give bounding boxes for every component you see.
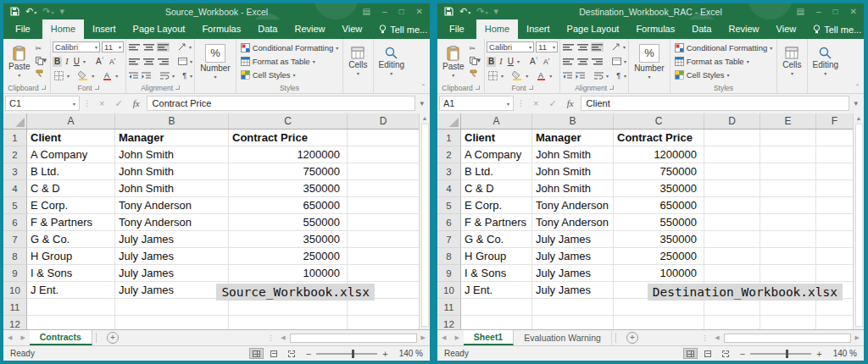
ribbon-tab-file[interactable]: File: [3, 19, 42, 39]
align-right-icon[interactable]: [591, 57, 604, 66]
vertical-scrollbar[interactable]: ▲: [419, 113, 430, 329]
row-header-3[interactable]: 3: [3, 163, 27, 180]
cell-D3[interactable]: [348, 163, 419, 180]
vertical-scrollbar[interactable]: ▲: [853, 113, 864, 329]
cell-A8[interactable]: H Group: [461, 248, 532, 265]
zoom-level[interactable]: 140 %: [393, 349, 423, 358]
hscroll-right-icon[interactable]: ▶: [417, 330, 430, 345]
cell-D2[interactable]: [704, 146, 760, 163]
format-as-table-button[interactable]: Format as Table▾: [241, 55, 339, 68]
cell-B8[interactable]: July James: [115, 248, 229, 265]
column-header-a[interactable]: A: [27, 113, 115, 129]
row-header-2[interactable]: 2: [3, 146, 27, 163]
cell-E11[interactable]: [760, 299, 816, 316]
ribbon-tab-formulas[interactable]: Formulas: [193, 19, 249, 39]
cell-E5[interactable]: [760, 197, 816, 214]
sheet-nav-left-icon[interactable]: ◀: [3, 330, 16, 345]
vertical-scroll-thumb[interactable]: [421, 124, 429, 327]
cell-C9[interactable]: 100000: [614, 265, 704, 282]
cut-icon[interactable]: ✂: [36, 45, 47, 52]
show-marks-icon[interactable]: ¶: [181, 70, 188, 80]
cell-C6[interactable]: 550000: [614, 214, 704, 231]
cell-F6[interactable]: [816, 214, 853, 231]
borders-icon[interactable]: [53, 71, 65, 80]
editing-button[interactable]: Editing ▾: [810, 41, 843, 82]
vertical-scroll-thumb[interactable]: [855, 124, 863, 327]
close-button[interactable]: ✕: [416, 8, 423, 16]
cell-C11[interactable]: [229, 299, 348, 316]
maximize-button[interactable]: □: [833, 8, 838, 16]
cell-A2[interactable]: A Company: [461, 146, 532, 163]
ribbon-tab-home[interactable]: Home: [42, 19, 84, 39]
ribbon-tab-page-layout[interactable]: Page Layout: [125, 19, 194, 39]
cell-A6[interactable]: F & Partners: [27, 214, 115, 231]
cell-A8[interactable]: H Group: [27, 248, 115, 265]
bold-button[interactable]: B: [487, 57, 496, 67]
cell-D11[interactable]: [704, 299, 760, 316]
underline-caret-icon[interactable]: ▾: [517, 58, 520, 64]
horizontal-scrollbar[interactable]: [724, 334, 851, 343]
cell-D4[interactable]: [704, 180, 760, 197]
paste-button[interactable]: Paste ▾: [5, 41, 34, 82]
copy-icon[interactable]: ▾: [36, 57, 47, 65]
cell-F2[interactable]: [816, 146, 853, 163]
cell-E1[interactable]: [760, 130, 816, 146]
decrease-indent-icon[interactable]: [562, 71, 573, 80]
cell-D9[interactable]: [348, 265, 419, 282]
cell-B5[interactable]: Tony Anderson: [115, 197, 229, 214]
show-marks-icon[interactable]: ¶: [615, 70, 622, 80]
fill-color-icon[interactable]: [510, 70, 524, 80]
cell-C8[interactable]: 250000: [229, 248, 348, 265]
cell-D6[interactable]: [704, 214, 760, 231]
cell-F4[interactable]: [816, 180, 853, 197]
fill-color-icon[interactable]: [76, 70, 90, 80]
tell-me-box[interactable]: Tell me...: [804, 19, 864, 39]
cell-B11[interactable]: [532, 299, 614, 316]
cell-A9[interactable]: I & Sons: [27, 265, 115, 282]
cell-A12[interactable]: [461, 316, 532, 329]
cell-D5[interactable]: [704, 197, 760, 214]
minimize-button[interactable]: –: [382, 8, 387, 16]
cell-C12[interactable]: [614, 316, 704, 329]
row-header-11[interactable]: 11: [3, 299, 27, 316]
alignment-dialog-launcher[interactable]: [609, 85, 614, 90]
cell-A5[interactable]: E Corp.: [27, 197, 115, 214]
cell-D5[interactable]: [348, 197, 419, 214]
align-top-icon[interactable]: [128, 42, 141, 52]
ribbon-tab-data[interactable]: Data: [249, 19, 286, 39]
font-size-select[interactable]: 11▾: [536, 41, 558, 52]
cell-F12[interactable]: [816, 316, 853, 329]
page-break-view-button[interactable]: [719, 348, 733, 359]
cell-F1[interactable]: [816, 130, 853, 146]
underline-button[interactable]: U: [72, 57, 81, 67]
cell-D11[interactable]: [348, 299, 419, 316]
cell-A11[interactable]: [461, 299, 532, 316]
cell-F9[interactable]: [816, 265, 853, 282]
row-header-2[interactable]: 2: [437, 146, 461, 163]
cell-B7[interactable]: July James: [115, 231, 229, 248]
zoom-slider-thumb[interactable]: [352, 350, 354, 358]
cell-B3[interactable]: John Smith: [532, 163, 614, 180]
underline-caret-icon[interactable]: ▾: [83, 58, 86, 64]
hscroll-left-icon[interactable]: ◀: [276, 330, 289, 345]
ribbon-tab-data[interactable]: Data: [683, 19, 720, 39]
close-button[interactable]: ✕: [850, 8, 857, 16]
scroll-up-icon[interactable]: ▲: [856, 113, 862, 121]
minimize-button[interactable]: –: [816, 8, 821, 16]
row-header-9[interactable]: 9: [3, 265, 27, 282]
cancel-icon[interactable]: ×: [94, 98, 109, 108]
font-name-select[interactable]: Calibri▾: [53, 41, 100, 52]
underline-button[interactable]: U: [506, 57, 515, 67]
hscroll-right-icon[interactable]: ▶: [851, 330, 864, 345]
column-header-d[interactable]: D: [348, 113, 419, 129]
qat-customize-icon[interactable]: ▾: [59, 7, 64, 16]
cell-D9[interactable]: [704, 265, 760, 282]
cell-E9[interactable]: [760, 265, 816, 282]
horizontal-scrollbar[interactable]: [290, 334, 417, 343]
cut-icon[interactable]: ✂: [470, 45, 481, 52]
alignment-dialog-launcher[interactable]: [175, 85, 180, 90]
cell-C1[interactable]: Contract Price: [229, 130, 348, 146]
cell-B1[interactable]: Manager: [532, 130, 614, 146]
row-header-6[interactable]: 6: [437, 214, 461, 231]
column-header-c[interactable]: C: [229, 113, 348, 129]
